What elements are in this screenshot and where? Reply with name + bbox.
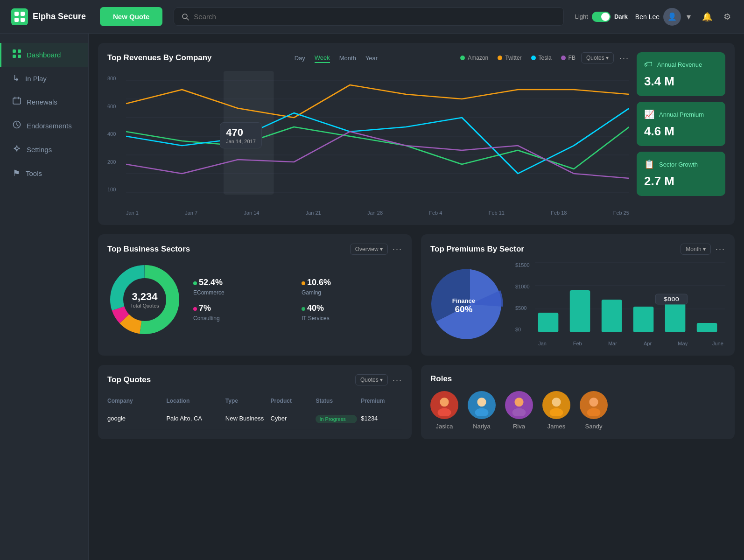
- gaming-pct: 10.6%: [307, 278, 331, 287]
- dashboard-icon: [13, 49, 21, 60]
- settings-button[interactable]: ⚙: [722, 10, 733, 24]
- svg-rect-3: [21, 18, 25, 22]
- svg-point-16: [19, 148, 20, 149]
- business-sectors-card: Top Business Sectors Overview ▾ ···: [98, 234, 412, 356]
- bar-x-mar: Mar: [605, 341, 620, 346]
- riva-name: Riva: [513, 423, 525, 430]
- svg-point-48: [514, 398, 523, 406]
- y-label-600: 600: [107, 104, 124, 109]
- donut-center: 3,234 Total Quotes: [130, 291, 159, 308]
- quotes-more-button[interactable]: ···: [393, 375, 402, 385]
- revenue-more-button[interactable]: ···: [619, 53, 629, 63]
- sectors-dropdown[interactable]: Overview ▾: [350, 244, 388, 255]
- sidebar: Dashboard ↳ In Play Renewals Endorsement…: [0, 34, 89, 560]
- tooltip-value: 470: [226, 126, 256, 139]
- col-product: Product: [271, 398, 312, 404]
- sidebar-tools-label: Tools: [26, 169, 42, 177]
- col-location: Location: [166, 398, 221, 404]
- bottom-grid: Top Business Sectors Overview ▾ ···: [98, 234, 735, 356]
- jasica-name: Jasica: [436, 423, 453, 430]
- svg-rect-37: [570, 290, 590, 332]
- consulting-dot: [193, 307, 197, 311]
- user-chevron-button[interactable]: ▾: [685, 10, 693, 24]
- renewals-icon: [13, 97, 21, 107]
- sidebar-item-renewals[interactable]: Renewals: [0, 90, 88, 114]
- main-content: Top Revenues By Company Day Week Month Y…: [89, 34, 744, 560]
- row-company: google: [107, 415, 162, 423]
- svg-point-51: [550, 408, 563, 416]
- theme-dark-label: Dark: [614, 13, 628, 20]
- x-label-jan21: Jan 21: [306, 210, 321, 216]
- revenue-card: Top Revenues By Company Day Week Month Y…: [98, 43, 735, 225]
- legend-tesla-label: Tesla: [539, 55, 552, 61]
- theme-toggle-track[interactable]: [592, 12, 611, 22]
- svg-point-18: [16, 150, 18, 152]
- period-week[interactable]: Week: [315, 53, 330, 63]
- nariya-avatar: [468, 391, 496, 419]
- premiums-pie: Finance 60%: [430, 265, 510, 344]
- x-label-feb4: Feb 4: [429, 210, 442, 216]
- role-sandy: Sandy: [580, 391, 608, 430]
- quotes-dropdown[interactable]: Quotes ▾: [581, 52, 614, 63]
- svg-rect-2: [14, 18, 19, 22]
- pie-finance-label: Finance: [452, 297, 475, 304]
- x-label-feb18: Feb 18: [551, 210, 567, 216]
- user-section: Ben Lee 👤 ▾: [635, 8, 693, 26]
- sidebar-item-settings[interactable]: Settings: [0, 138, 88, 161]
- svg-rect-9: [18, 55, 21, 58]
- james-avatar: [542, 391, 570, 419]
- quotes-table-dropdown[interactable]: Quotes ▾: [355, 374, 388, 385]
- new-quote-button[interactable]: New Quote: [100, 7, 162, 26]
- premiums-more-button[interactable]: ···: [716, 245, 725, 254]
- search-input[interactable]: [194, 13, 555, 21]
- svg-point-45: [438, 408, 451, 416]
- sector-itservices: 40% IT Services: [302, 303, 402, 322]
- tools-icon: ⚑: [13, 168, 20, 178]
- period-month[interactable]: Month: [339, 53, 356, 63]
- sidebar-item-dashboard[interactable]: Dashboard: [0, 43, 88, 67]
- sidebar-item-tools[interactable]: ⚑ Tools: [0, 161, 88, 185]
- sector-ecommerce: 52.4% ECommerce: [193, 278, 294, 296]
- itservices-dot: [302, 307, 305, 311]
- stat-card-annual-premium: 📈 Annual Premium 4.6 M: [637, 102, 725, 146]
- bar-y-labels: $1500 $1000 $500 $0: [515, 262, 533, 332]
- col-company: Company: [107, 398, 162, 404]
- bar-y-500: $500: [515, 305, 533, 311]
- row-location: Palo Alto, CA: [166, 415, 221, 423]
- svg-point-49: [512, 408, 526, 416]
- pie-center-label: Finance 60%: [452, 297, 475, 315]
- x-axis-labels: Jan 1 Jan 7 Jan 14 Jan 21 Jan 28 Feb 4 F…: [126, 210, 629, 216]
- tooltip-date: Jan 14, 2017: [226, 139, 256, 144]
- x-label-jan1: Jan 1: [126, 210, 139, 216]
- bar-x-apr: Apr: [640, 341, 655, 346]
- notifications-button[interactable]: 🔔: [700, 10, 714, 24]
- logo-icon: [11, 8, 28, 25]
- stat-cards: 🏷 Annual Revenue 3.4 M 📈 Annual Premium …: [637, 52, 725, 216]
- legend-tesla: Tesla: [531, 55, 552, 61]
- donut-chart: 3,234 Total Quotes: [107, 262, 182, 337]
- svg-rect-8: [13, 55, 16, 58]
- chart-tooltip: 470 Jan 14, 2017: [220, 122, 262, 148]
- bar-x-jan: Jan: [535, 341, 550, 346]
- period-day[interactable]: Day: [295, 53, 305, 63]
- pie-finance-pct: 60%: [452, 304, 475, 315]
- svg-text:$800: $800: [664, 296, 679, 302]
- revenue-chart-section: Top Revenues By Company Day Week Month Y…: [107, 52, 629, 216]
- logo: Elpha Secure: [11, 8, 100, 25]
- bar-y-1500: $1500: [515, 262, 533, 268]
- premiums-dropdown[interactable]: Month ▾: [681, 244, 711, 255]
- bar-svg: $800: [535, 262, 725, 332]
- sidebar-item-inplay[interactable]: ↳ In Play: [0, 67, 88, 90]
- sidebar-item-endorsements[interactable]: Endorsements: [0, 114, 88, 138]
- sectors-more-button[interactable]: ···: [393, 245, 402, 254]
- theme-light-label: Light: [575, 13, 588, 20]
- stat-card-sector-growth: 📋 Sector Growth 2.7 M: [637, 152, 725, 196]
- quotes-card-header: Top Quotes Quotes ▾ ···: [107, 374, 402, 385]
- sidebar-renewals-label: Renewals: [27, 98, 57, 106]
- donut-total: 3,234: [130, 291, 159, 303]
- sidebar-endorsements-label: Endorsements: [27, 122, 72, 130]
- period-year[interactable]: Year: [365, 53, 378, 63]
- premiums-title: Top Premiums By Sector: [430, 245, 524, 254]
- legend-fb: FB: [561, 55, 576, 61]
- svg-point-52: [589, 398, 598, 406]
